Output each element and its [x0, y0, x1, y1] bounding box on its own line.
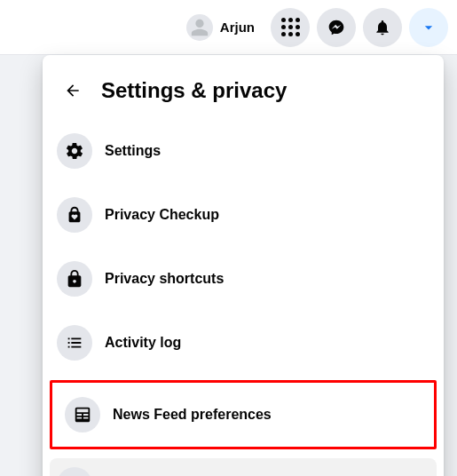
- menu-item-label: Activity log: [105, 335, 181, 351]
- caret-down-icon: [420, 19, 437, 36]
- menu-item-activity-log[interactable]: Activity log: [50, 316, 437, 369]
- menu-item-privacy-checkup[interactable]: Privacy Checkup: [50, 188, 437, 242]
- profile-chip[interactable]: Arjun: [183, 11, 264, 44]
- back-button[interactable]: [57, 75, 89, 107]
- bell-icon: [374, 19, 391, 36]
- topbar: Arjun: [0, 0, 457, 55]
- arrow-left-icon: [64, 82, 82, 99]
- list-icon: [57, 325, 92, 361]
- dropdown-title: Settings & privacy: [101, 78, 287, 103]
- lock-icon: [57, 261, 92, 297]
- dropdown-header: Settings & privacy: [50, 62, 437, 124]
- messenger-button[interactable]: [317, 8, 356, 47]
- menu-item-settings[interactable]: Settings: [50, 124, 437, 178]
- feed-icon: [65, 397, 100, 432]
- highlight-annotation: News Feed preferences: [50, 380, 437, 449]
- menu-button[interactable]: [271, 8, 310, 47]
- person-icon: [190, 18, 209, 37]
- lock-heart-icon: [57, 197, 92, 233]
- menu-item-language[interactable]: Language: [50, 458, 437, 476]
- settings-privacy-dropdown: Settings & privacy Settings Privacy Chec…: [43, 55, 444, 476]
- account-menu-button[interactable]: [409, 8, 448, 47]
- menu-item-label: Privacy shortcuts: [105, 271, 224, 287]
- menu-item-news-feed-preferences[interactable]: News Feed preferences: [58, 388, 429, 441]
- menu-item-label: Privacy Checkup: [105, 207, 219, 223]
- grid-icon: [281, 18, 300, 36]
- menu-item-label: Settings: [105, 143, 161, 159]
- notifications-button[interactable]: [363, 8, 402, 47]
- avatar: [186, 14, 213, 41]
- globe-icon: [57, 467, 92, 476]
- menu-item-label: News Feed preferences: [113, 407, 272, 423]
- menu-item-privacy-shortcuts[interactable]: Privacy shortcuts: [50, 252, 437, 305]
- messenger-icon: [327, 19, 345, 36]
- profile-name: Arjun: [220, 20, 255, 35]
- gear-icon: [57, 133, 92, 169]
